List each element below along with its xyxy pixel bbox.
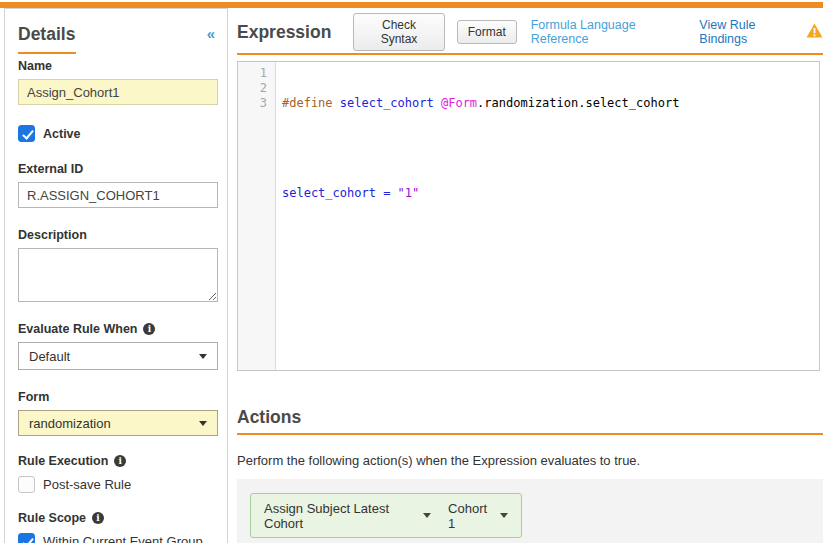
- info-icon[interactable]: [114, 455, 126, 467]
- expression-section: Expression Check Syntax Format Formula L…: [237, 0, 823, 543]
- line-number: 1: [238, 66, 267, 81]
- evaluate-rule-when-value: Default: [29, 349, 70, 364]
- editor-code-area[interactable]: #define select_cohort @Form.randomizatio…: [276, 62, 679, 370]
- warning-icon[interactable]: [806, 23, 823, 42]
- evaluate-rule-when-select[interactable]: Default: [18, 342, 218, 370]
- collapse-panel-icon[interactable]: «: [207, 26, 215, 41]
- within-current-event-group-label: Within Current Event Group: [43, 534, 203, 543]
- line-number: 2: [238, 81, 267, 96]
- chevron-down-icon: [500, 513, 508, 518]
- action-row: Assign Subject Latest Cohort Cohort 1: [250, 493, 522, 538]
- details-title-underline: [18, 52, 76, 54]
- external-id-label: External ID: [18, 162, 215, 176]
- name-label: Name: [18, 59, 215, 73]
- post-save-rule-checkbox[interactable]: [18, 476, 35, 493]
- description-textarea[interactable]: [18, 248, 218, 302]
- formula-language-reference-link[interactable]: Formula Language Reference: [531, 18, 687, 46]
- active-checkbox[interactable]: [18, 125, 35, 142]
- chevron-down-icon: [423, 513, 431, 518]
- line-number: 3: [238, 96, 267, 111]
- expression-code-editor[interactable]: 1 2 3 #define select_cohort @Form.random…: [237, 61, 820, 371]
- rule-scope-label: Rule Scope: [18, 511, 86, 525]
- chevron-down-icon: [199, 354, 207, 359]
- action-type-label: Assign Subject Latest Cohort: [264, 501, 415, 531]
- form-select[interactable]: randomization: [18, 410, 218, 436]
- action-type-dropdown[interactable]: Assign Subject Latest Cohort: [264, 501, 431, 531]
- action-value-dropdown[interactable]: Cohort 1: [448, 501, 508, 531]
- active-label: Active: [43, 127, 81, 141]
- code-line: #define select_cohort @Form.randomizatio…: [282, 96, 679, 111]
- actions-title: Actions: [237, 407, 823, 428]
- form-label: Form: [18, 390, 215, 404]
- name-input[interactable]: [18, 79, 218, 105]
- post-save-rule-label: Post-save Rule: [43, 477, 131, 492]
- format-button[interactable]: Format: [457, 20, 517, 44]
- actions-description: Perform the following action(s) when the…: [237, 453, 823, 468]
- info-icon[interactable]: [92, 512, 104, 524]
- actions-title-underline: [237, 433, 823, 435]
- rule-execution-label: Rule Execution: [18, 454, 108, 468]
- info-icon[interactable]: [143, 323, 155, 335]
- action-value-label: Cohort 1: [448, 501, 492, 531]
- code-line: select_cohort = "1": [282, 186, 679, 201]
- evaluate-rule-when-label: Evaluate Rule When: [18, 322, 137, 336]
- expression-title-underline: [237, 53, 823, 55]
- view-rule-bindings-link[interactable]: View Rule Bindings: [699, 18, 800, 46]
- check-syntax-button[interactable]: Check Syntax: [353, 13, 444, 51]
- details-panel: Details « Name Active External ID Descri…: [4, 8, 228, 543]
- expression-title: Expression: [237, 22, 331, 43]
- actions-list-area: Assign Subject Latest Cohort Cohort 1: [237, 479, 823, 543]
- description-label: Description: [18, 228, 215, 242]
- chevron-down-icon: [199, 421, 207, 426]
- external-id-input[interactable]: [18, 182, 218, 208]
- details-panel-title: Details: [18, 24, 75, 45]
- editor-line-numbers: 1 2 3: [238, 62, 276, 370]
- code-line: [282, 141, 679, 156]
- form-value: randomization: [29, 416, 111, 431]
- within-current-event-group-checkbox[interactable]: [18, 533, 35, 543]
